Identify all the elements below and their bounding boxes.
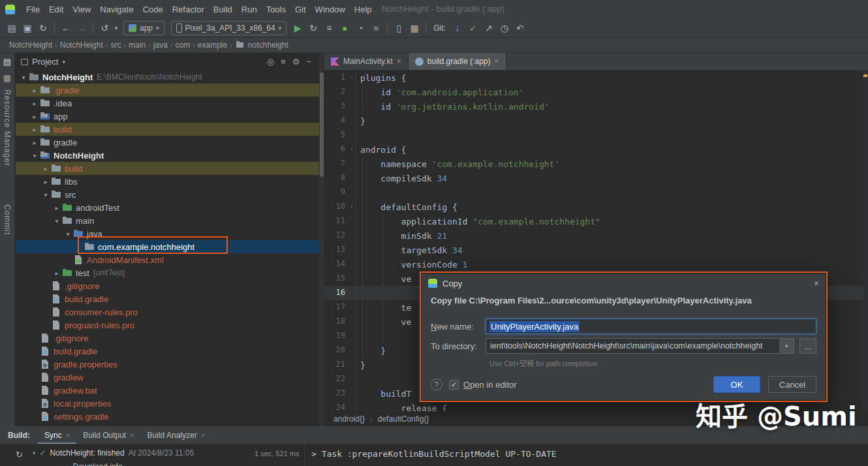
collapse-all-icon[interactable]: ≡ bbox=[281, 57, 286, 67]
breadcrumb-notchheight[interactable]: NotchHeight bbox=[57, 40, 106, 50]
menu-git[interactable]: Git bbox=[290, 5, 311, 14]
fold-marker-icon[interactable]: ▾ bbox=[348, 200, 356, 214]
tree-item-build-gradle[interactable]: build.gradle bbox=[16, 292, 319, 305]
chevron-closed-icon[interactable]: ▸ bbox=[29, 113, 40, 120]
menu-navigate[interactable]: Navigate bbox=[95, 5, 138, 14]
tree-item-gitignore[interactable]: .gitignore bbox=[16, 332, 319, 345]
line-number[interactable]: 2 bbox=[324, 85, 348, 99]
chevron-closed-icon[interactable]: ▸ bbox=[29, 139, 40, 146]
menu-file[interactable]: File bbox=[22, 5, 44, 14]
line-number[interactable]: 4 bbox=[324, 114, 348, 128]
cancel-button[interactable]: Cancel bbox=[768, 376, 816, 393]
device-combo[interactable]: Pixel_3a_API_33_x86_64▾ bbox=[171, 21, 287, 35]
download-info-row[interactable]: ↓ Download info bbox=[65, 462, 123, 466]
tree-item-androidmanifest-xml[interactable]: AndroidManifest.xml bbox=[16, 253, 319, 266]
chevron-down-icon[interactable]: ▾ bbox=[112, 21, 120, 35]
line-number[interactable]: 1 bbox=[324, 70, 348, 85]
close-icon[interactable]: × bbox=[814, 278, 819, 288]
editor-scrollbar[interactable] bbox=[863, 70, 868, 411]
tree-item-build[interactable]: ▸build bbox=[16, 162, 319, 175]
fold-marker-icon[interactable]: ▾ bbox=[348, 142, 356, 157]
chevron-open-icon[interactable]: ▾ bbox=[52, 217, 62, 225]
line-number[interactable]: 23 bbox=[324, 386, 348, 401]
build-status-row[interactable]: ▾ ✓ NotchHeight: finished At 2024/8/23 1… bbox=[33, 448, 194, 458]
tree-item-gradle-properties[interactable]: gradle.properties bbox=[16, 358, 319, 371]
line-number[interactable]: 18 bbox=[324, 315, 348, 329]
chevron-closed-icon[interactable]: ▸ bbox=[29, 100, 40, 107]
menu-code[interactable]: Code bbox=[138, 5, 168, 14]
breadcrumb-notchheight[interactable]: notchheight bbox=[245, 40, 291, 50]
tree-item-androidtest[interactable]: ▸androidTest bbox=[16, 201, 319, 214]
tree-item-notchheight[interactable]: ▾NotchHeight bbox=[16, 149, 319, 162]
packages-stripe-icon[interactable]: ▦ bbox=[3, 73, 11, 83]
gradle-sync-icon[interactable]: ↺ bbox=[97, 21, 112, 35]
tree-item-gitignore[interactable]: .gitignore bbox=[16, 279, 319, 292]
line-number[interactable]: 22 bbox=[324, 372, 348, 386]
menu-run[interactable]: Run bbox=[237, 5, 262, 14]
line-number[interactable]: 15 bbox=[324, 272, 348, 286]
line-number[interactable]: 17 bbox=[324, 300, 348, 315]
editor-breadcrumb-defaultconfig[interactable]: defaultConfig{} bbox=[378, 414, 429, 424]
tree-item-consumer-rules-pro[interactable]: consumer-rules.pro bbox=[16, 305, 319, 318]
chevron-open-icon[interactable]: ▾ bbox=[63, 230, 73, 238]
project-stripe-icon[interactable]: ▤ bbox=[3, 57, 11, 67]
close-icon[interactable]: × bbox=[66, 431, 70, 439]
line-number[interactable]: 21 bbox=[324, 358, 348, 372]
line-number[interactable]: 6 bbox=[324, 142, 348, 157]
tree-item-gradlew-bat[interactable]: gradlew.bat bbox=[16, 384, 319, 397]
tab-build-gradle-app[interactable]: build.gradle (:app)× bbox=[409, 53, 506, 70]
tree-item-local-properties[interactable]: local.properties bbox=[16, 397, 319, 410]
stripe-commit[interactable]: Commit bbox=[3, 204, 12, 235]
settings-icon[interactable]: ⚙ bbox=[292, 57, 300, 67]
build-tab-sync[interactable]: Sync× bbox=[38, 426, 76, 444]
chevron-open-icon[interactable]: ▾ bbox=[29, 152, 40, 159]
line-number[interactable]: 13 bbox=[324, 243, 348, 257]
breadcrumb-example[interactable]: example bbox=[195, 40, 230, 50]
to-directory-combobox[interactable]: ient\tools\NotchHeight\NotchHeight\src\m… bbox=[486, 338, 794, 354]
line-number[interactable]: 14 bbox=[324, 257, 348, 272]
locate-file-icon[interactable]: ◎ bbox=[267, 57, 274, 67]
chevron-open-icon[interactable]: ▾ bbox=[18, 74, 29, 81]
tree-item-notchheight[interactable]: ▾NotchHeightE:\BMClient\tools\NotchHeigh… bbox=[16, 70, 319, 84]
line-number[interactable]: 9 bbox=[324, 185, 348, 200]
stop-icon[interactable]: ■ bbox=[368, 21, 384, 35]
tree-item-test[interactable]: ▸test[unitTest] bbox=[16, 266, 319, 279]
chevron-closed-icon[interactable]: ▸ bbox=[52, 204, 62, 211]
tree-item-build[interactable]: ▸build bbox=[16, 123, 319, 136]
menu-tools[interactable]: Tools bbox=[262, 5, 290, 14]
chevron-closed-icon[interactable]: ▸ bbox=[40, 178, 51, 185]
chevron-closed-icon[interactable]: ▸ bbox=[40, 165, 51, 172]
tree-item-build-gradle[interactable]: build.gradle bbox=[16, 345, 319, 358]
editor-breadcrumb-android[interactable]: android{} bbox=[333, 414, 365, 424]
tree-item-src[interactable]: ▾src bbox=[16, 188, 319, 201]
breadcrumb-java[interactable]: java bbox=[151, 40, 170, 50]
menu-view[interactable]: View bbox=[68, 5, 95, 14]
chevron-closed-icon[interactable]: ▸ bbox=[29, 87, 40, 94]
chevron-down-icon[interactable]: ▾ bbox=[779, 339, 794, 353]
close-icon[interactable]: × bbox=[130, 431, 134, 439]
line-number[interactable]: 16 bbox=[324, 286, 348, 300]
open-in-editor-label[interactable]: Open in editor bbox=[463, 380, 517, 390]
line-number[interactable]: 11 bbox=[324, 214, 348, 228]
menu-help[interactable]: Help bbox=[350, 5, 377, 14]
tree-item-gradlew[interactable]: gradlew bbox=[16, 371, 319, 384]
layout-inspector-icon[interactable]: ▦ bbox=[407, 21, 422, 35]
chevron-closed-icon[interactable]: ▸ bbox=[29, 126, 40, 133]
dialog-title-bar[interactable]: Copy × bbox=[422, 273, 826, 293]
vcs-push-icon[interactable]: ↗ bbox=[481, 21, 497, 35]
browse-button[interactable]: ... bbox=[799, 338, 816, 354]
close-icon[interactable]: × bbox=[495, 57, 499, 66]
open-in-editor-checkbox[interactable]: ✓ bbox=[449, 380, 459, 390]
tree-item-gradle[interactable]: ▸.gradle bbox=[16, 84, 319, 97]
project-scrollbar[interactable] bbox=[319, 53, 324, 426]
chevron-expanded-icon[interactable]: ▾ bbox=[33, 450, 36, 456]
breadcrumb-notchheight[interactable]: NotchHeight bbox=[7, 40, 55, 50]
ok-button[interactable]: OK bbox=[713, 376, 760, 393]
tree-item-settings-gradle[interactable]: settings.gradle bbox=[16, 410, 319, 423]
vcs-commit-icon[interactable]: ✓ bbox=[465, 21, 481, 35]
chevron-down-icon[interactable]: ▾ bbox=[62, 59, 65, 65]
close-icon[interactable]: × bbox=[201, 431, 205, 439]
new-name-input[interactable]: UnityPlayerActivity.java bbox=[486, 318, 816, 334]
tab-mainactivity-kt[interactable]: MainActivity.kt× bbox=[324, 53, 409, 70]
open-project-icon[interactable]: ▤ bbox=[4, 21, 20, 35]
